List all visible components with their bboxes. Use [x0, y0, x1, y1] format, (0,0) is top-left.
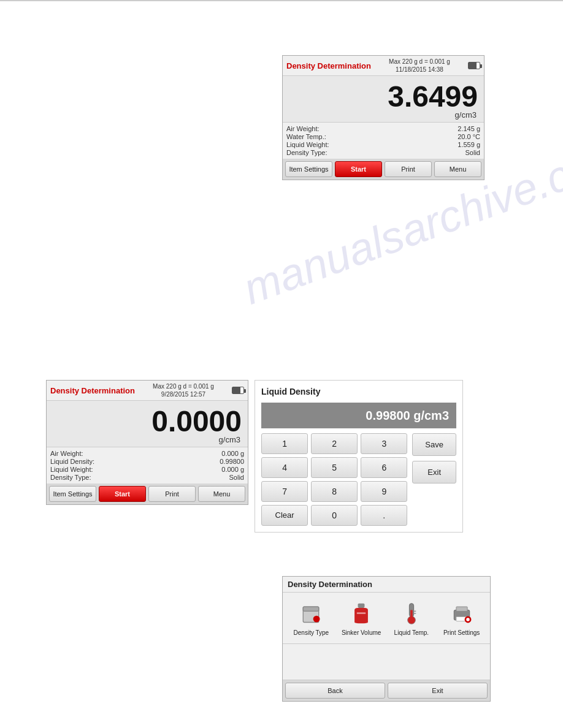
panel2-scale: Density Determination Max 220 g d = 0.00… [46, 380, 248, 505]
panel1-value: 3.6499 [289, 82, 478, 112]
panel3-liquid-temp[interactable]: Liquid Temp. [388, 600, 435, 636]
top-divider [0, 0, 563, 1]
panel2-info-grid: Air Weight: 0.000 g Liquid Density: 0.99… [47, 447, 248, 483]
svg-point-2 [313, 616, 320, 623]
panel2-density-type-value: Solid [147, 474, 244, 481]
panel3-bottom-buttons: Back Exit [283, 680, 490, 701]
panel1-density-type-value: Solid [383, 149, 480, 156]
numpad-section: 1 2 3 4 5 6 7 8 9 Clear 0 . [261, 433, 407, 526]
liquid-density-exit-button[interactable]: Exit [412, 461, 456, 483]
panel2-liquid-density-value: 0.99800 [147, 458, 244, 465]
density-type-icon [297, 600, 324, 627]
panel1-buttons: Item Settings Start Print Menu [283, 159, 484, 180]
panel1-item-settings-button[interactable]: Item Settings [285, 161, 332, 177]
panel3-container: Density Determination Density Type [282, 576, 491, 702]
panel2-header: Density Determination Max 220 g d = 0.00… [47, 381, 248, 400]
battery-icon [468, 62, 480, 69]
numpad-bottom-row: Clear 0 . [261, 505, 407, 526]
panel2-wrapper: Density Determination Max 220 g d = 0.00… [46, 380, 463, 533]
numpad-btn-2[interactable]: 2 [311, 433, 358, 454]
liquid-temp-icon [398, 600, 425, 627]
panel1-display: 3.6499 g/cm3 [283, 75, 484, 123]
numpad-btn-5[interactable]: 5 [311, 457, 358, 478]
numpad-and-actions: 1 2 3 4 5 6 7 8 9 Clear 0 . Save [261, 433, 456, 526]
sinker-volume-label: Sinker Volume [342, 629, 381, 636]
panel2-liquid-weight-label: Liquid Weight: [50, 466, 147, 473]
numpad-btn-dot[interactable]: . [361, 505, 407, 526]
panel2-battery-icon [232, 387, 244, 394]
panel1-header: Density Determination Max 220 g d = 0.00… [283, 56, 484, 75]
numpad-btn-6[interactable]: 6 [361, 457, 407, 478]
svg-rect-7 [410, 610, 413, 618]
panel1-header-line2: 11/18/2015 14:38 [389, 66, 450, 74]
panel3-empty-area [283, 643, 490, 680]
panel1-density-determination: Density Determination Max 220 g d = 0.00… [282, 55, 484, 180]
panel2-header-info: Max 220 g d = 0.001 g 9/28/2015 12:57 [153, 382, 214, 398]
liquid-temp-label: Liquid Temp. [394, 629, 429, 636]
panel1-start-button[interactable]: Start [335, 161, 382, 177]
panel2-item-settings-button[interactable]: Item Settings [49, 486, 96, 502]
panel1-header-line1: Max 220 g d = 0.001 g [389, 58, 450, 66]
panel1-title: Density Determination [286, 61, 371, 70]
panel2-density-type-label: Density Type: [50, 474, 147, 481]
svg-rect-1 [304, 607, 319, 611]
liquid-density-display: 0.99800 g/cm3 [261, 403, 456, 428]
svg-rect-11 [456, 607, 467, 611]
panel2-liquid-density: Liquid Density 0.99800 g/cm3 1 2 3 4 5 6… [255, 380, 463, 533]
panel1-info-grid: Air Weight: 2.145 g Water Temp.: 20.0 °C… [283, 123, 484, 159]
panel2-header-line1: Max 220 g d = 0.001 g [153, 382, 214, 390]
panel1-air-weight-label: Air Weight: [286, 125, 383, 132]
panel3-back-button[interactable]: Back [285, 683, 385, 699]
panel1-menu-button[interactable]: Menu [434, 161, 481, 177]
panel2-buttons: Item Settings Start Print Menu [47, 483, 248, 504]
action-buttons: Save Exit [412, 433, 456, 483]
liquid-density-title: Liquid Density [261, 387, 456, 396]
panel2-start-button[interactable]: Start [99, 486, 146, 502]
panel1-print-button[interactable]: Print [385, 161, 432, 177]
panel3-wrapper: Density Determination Density Type [282, 576, 491, 702]
numpad-btn-0[interactable]: 0 [311, 505, 358, 526]
numpad-btn-4[interactable]: 4 [261, 457, 308, 478]
density-type-label: Density Type [294, 629, 329, 636]
panel2-liquid-density-label: Liquid Density: [50, 458, 147, 465]
numpad-grid: 1 2 3 4 5 6 7 8 9 [261, 433, 407, 502]
panel2-air-weight-label: Air Weight: [50, 450, 147, 457]
panel2-display: 0.0000 g/cm3 [47, 400, 248, 447]
numpad-btn-9[interactable]: 9 [361, 481, 407, 502]
numpad-btn-clear[interactable]: Clear [261, 505, 308, 526]
panel3-sinker-volume[interactable]: Sinker Volume [338, 600, 385, 636]
svg-rect-3 [358, 604, 365, 608]
numpad-btn-8[interactable]: 8 [311, 481, 358, 502]
panel1-water-temp-value: 20.0 °C [383, 133, 480, 140]
panel3-header: Density Determination [283, 577, 490, 593]
panel1-liquid-weight-value: 1.559 g [383, 141, 480, 148]
panel3-icons: Density Type Sinker Volume [283, 593, 490, 643]
liquid-density-save-button[interactable]: Save [412, 433, 456, 456]
numpad-btn-7[interactable]: 7 [261, 481, 308, 502]
panel2-title: Density Determination [50, 386, 135, 395]
sinker-volume-icon [348, 600, 375, 627]
svg-point-14 [466, 618, 469, 621]
liquid-density-display-value: 0.99800 g/cm3 [366, 409, 449, 423]
panel2-print-button[interactable]: Print [148, 486, 196, 502]
panel3-exit-button[interactable]: Exit [388, 683, 488, 699]
panel2-menu-button[interactable]: Menu [198, 486, 245, 502]
numpad-btn-1[interactable]: 1 [261, 433, 308, 454]
panel2-air-weight-value: 0.000 g [147, 450, 244, 457]
panel1-liquid-weight-label: Liquid Weight: [286, 141, 383, 148]
panel3-density-type[interactable]: Density Type [288, 600, 335, 636]
panel1-water-temp-label: Water Temp.: [286, 133, 383, 140]
panel2-liquid-weight-value: 0.000 g [147, 466, 244, 473]
print-settings-icon [448, 600, 475, 627]
panel2-value: 0.0000 [53, 407, 242, 436]
panel3-print-settings[interactable]: Print Settings [438, 600, 485, 636]
panel1-air-weight-value: 2.145 g [383, 125, 480, 132]
svg-rect-4 [357, 612, 366, 614]
panel1-header-info: Max 220 g d = 0.001 g 11/18/2015 14:38 [389, 58, 450, 74]
numpad-btn-3[interactable]: 3 [361, 433, 407, 454]
print-settings-label: Print Settings [443, 629, 480, 636]
panel1-container: Density Determination Max 220 g d = 0.00… [282, 55, 484, 180]
panel2-header-line2: 9/28/2015 12:57 [153, 390, 214, 398]
panel1-density-type-label: Density Type: [286, 149, 383, 156]
